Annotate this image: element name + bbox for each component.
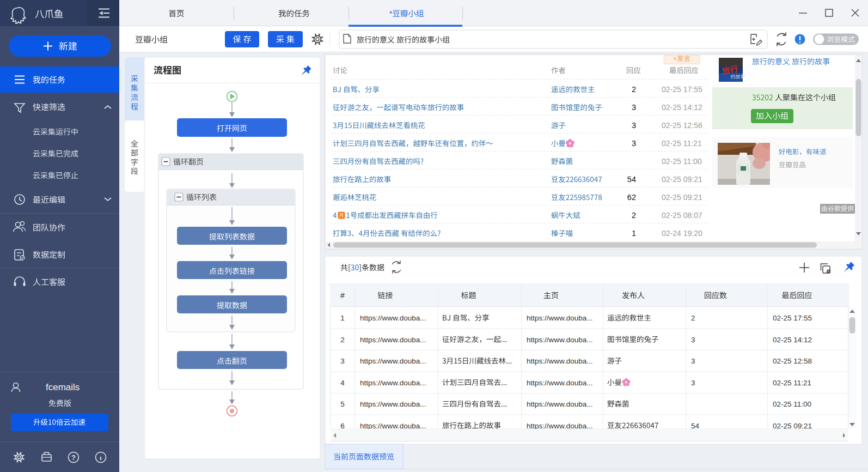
svg-text:3: 3 [632, 121, 636, 130]
svg-text:02-25 11:21: 02-25 11:21 [773, 379, 811, 387]
svg-text:https://www.douba...: https://www.douba... [360, 379, 426, 387]
svg-text:6: 6 [340, 422, 345, 430]
svg-text:fcemails: fcemails [46, 382, 80, 392]
svg-text:3: 3 [340, 357, 345, 365]
svg-text:3: 3 [691, 379, 695, 387]
svg-text:https://www.douba...: https://www.douba... [360, 336, 426, 344]
svg-text:2: 2 [632, 85, 636, 94]
svg-text:https://www.douba...: https://www.douba... [360, 422, 426, 430]
svg-text:02-25 09:21: 02-25 09:21 [662, 193, 702, 202]
svg-text:#: # [340, 291, 345, 300]
svg-text:3: 3 [691, 336, 695, 344]
svg-text:2: 2 [340, 336, 345, 344]
svg-text:02-25 11:00: 02-25 11:00 [773, 400, 811, 408]
svg-text:https://www.douba...: https://www.douba... [527, 400, 593, 408]
svg-text:02-25 09:21: 02-25 09:21 [773, 422, 812, 430]
svg-text:https://www.douba...: https://www.douba... [360, 400, 426, 408]
svg-text:02-25 17:55: 02-25 17:55 [662, 85, 702, 94]
svg-text:2: 2 [691, 314, 695, 322]
svg-text:https://www.douba...: https://www.douba... [360, 314, 426, 322]
svg-text:4: 4 [340, 379, 345, 387]
svg-text:02-25 12:58: 02-25 12:58 [773, 357, 812, 365]
svg-text:https://www.douba...: https://www.douba... [360, 357, 426, 365]
svg-text:02-24 19:20: 02-24 19:20 [662, 229, 702, 238]
svg-text:02-25 12:58: 02-25 12:58 [662, 121, 702, 130]
svg-text:02-25 11:21: 02-25 11:21 [662, 139, 702, 148]
svg-text:54: 54 [691, 422, 700, 430]
svg-text:https://www.douba...: https://www.douba... [527, 336, 593, 344]
svg-text:1: 1 [632, 229, 636, 238]
svg-text:1: 1 [340, 314, 345, 322]
svg-text:5: 5 [340, 400, 345, 408]
svg-text:02-25 14:12: 02-25 14:12 [773, 336, 812, 344]
svg-text:02-25 08:07: 02-25 08:07 [662, 211, 702, 220]
svg-text:*: * [389, 9, 393, 18]
svg-text:02-25 11:00: 02-25 11:00 [662, 157, 702, 166]
svg-text:https://www.douba...: https://www.douba... [527, 422, 593, 430]
svg-text:02-25 09:21: 02-25 09:21 [662, 175, 702, 184]
svg-text:2: 2 [632, 211, 636, 220]
svg-text:02-25 14:12: 02-25 14:12 [662, 103, 702, 112]
svg-text:https://www.douba...: https://www.douba... [527, 314, 593, 322]
svg-text:3: 3 [691, 357, 695, 365]
svg-text:62: 62 [627, 193, 636, 202]
svg-text:54: 54 [627, 175, 636, 184]
svg-text:?: ? [71, 453, 76, 462]
svg-text:https://www.douba...: https://www.douba... [527, 357, 593, 365]
svg-text:3: 3 [632, 103, 636, 112]
svg-text:3: 3 [632, 139, 636, 148]
svg-text:02-25 17:55: 02-25 17:55 [773, 314, 812, 322]
svg-text:https://www.douba...: https://www.douba... [527, 379, 593, 387]
